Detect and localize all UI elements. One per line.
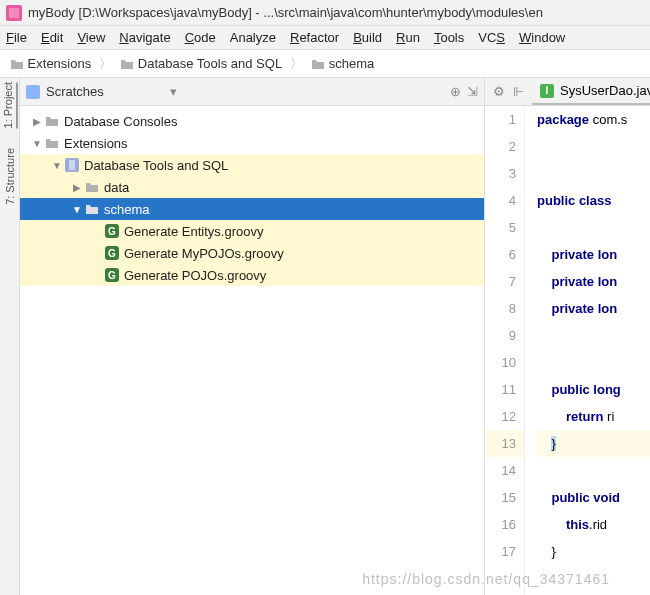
menu-vcs[interactable]: VCS [478,30,505,45]
code-editor[interactable]: 1234567891011121314151617 package com.s … [485,106,650,595]
line-number: 5 [485,214,524,241]
svg-rect-2 [26,85,40,99]
dropdown-icon[interactable]: ▾ [170,84,177,99]
line-number: 3 [485,160,524,187]
plugin-icon [64,158,80,172]
code-line[interactable] [537,322,650,349]
line-gutter: 1234567891011121314151617 [485,106,525,595]
code-line[interactable]: private lon [537,241,650,268]
menu-window[interactable]: Window [519,30,565,45]
tree-item[interactable]: ▼Extensions [20,132,484,154]
breadcrumb: Extensions〉 Database Tools and SQL〉 sche… [0,50,650,78]
crumb-database-tools-and-sql[interactable]: Database Tools and SQL [116,56,286,71]
tree-label: Extensions [64,136,128,151]
code-line[interactable] [537,349,650,376]
interface-badge-icon: I [540,84,554,98]
line-number: 6 [485,241,524,268]
folder-icon [84,181,100,193]
line-number: 8 [485,295,524,322]
tree-label: schema [104,202,150,217]
svg-rect-1 [9,8,19,18]
expand-arrow-icon[interactable]: ▶ [70,182,84,193]
menu-analyze[interactable]: Analyze [230,30,276,45]
chevron-icon: 〉 [286,55,307,73]
groovy-icon: G [104,224,120,238]
tree-label: Generate MyPOJOs.groovy [124,246,284,261]
code-line[interactable]: this.rid [537,511,650,538]
code-body[interactable]: package com.s public class private lon p… [525,106,650,595]
tree-item[interactable]: ▶data [20,176,484,198]
tree-item[interactable]: ▶Database Consoles [20,110,484,132]
tool-tab-project[interactable]: 1: Project [2,82,18,128]
code-line[interactable]: public class [537,187,650,214]
code-line[interactable]: public void [537,484,650,511]
tree-label: data [104,180,129,195]
groovy-icon: G [104,268,120,282]
expand-arrow-icon[interactable]: ▼ [70,204,84,215]
code-line[interactable] [537,457,650,484]
tree-item[interactable]: GGenerate MyPOJOs.groovy [20,242,484,264]
code-line[interactable]: private lon [537,268,650,295]
tool-tab-structure[interactable]: 7: Structure [4,148,16,205]
menu-run[interactable]: Run [396,30,420,45]
line-number: 9 [485,322,524,349]
menu-refactor[interactable]: Refactor [290,30,339,45]
panel-title: Scratches [46,84,104,99]
code-line[interactable]: } [537,430,650,457]
tree-item[interactable]: ▼Database Tools and SQL [20,154,484,176]
panel-header: Scratches ▾ ⊕ ⇲ [20,78,484,106]
expand-arrow-icon[interactable]: ▶ [30,116,44,127]
collapse-icon[interactable]: ⇲ [467,84,478,99]
line-number: 4 [485,187,524,214]
scratches-icon [26,85,40,99]
line-number: 1 [485,106,524,133]
folder-icon [44,137,60,149]
folder-icon [44,115,60,127]
line-number: 17 [485,538,524,565]
line-number: 7 [485,268,524,295]
code-line[interactable]: } [537,538,650,565]
project-tree[interactable]: ▶Database Consoles▼Extensions▼Database T… [20,106,484,595]
window-title: myBody [D:\Workspaces\java\myBody] - ...… [28,5,543,20]
code-line[interactable]: private lon [537,295,650,322]
tree-label: Database Consoles [64,114,177,129]
menu-edit[interactable]: Edit [41,30,63,45]
menu-code[interactable]: Code [185,30,216,45]
gear-icon[interactable]: ⚙ [493,84,505,99]
line-number: 12 [485,403,524,430]
crumb-schema[interactable]: schema [307,56,378,71]
editor-tabs: ⚙ ⊩ I SysUserDao.java × [485,78,650,106]
editor-tab[interactable]: I SysUserDao.java × [532,78,650,105]
target-icon[interactable]: ⊕ [450,84,461,99]
tree-item[interactable]: GGenerate POJOs.groovy [20,264,484,286]
hide-icon[interactable]: ⊩ [513,84,524,99]
tree-item[interactable]: GGenerate Entitys.groovy [20,220,484,242]
menu-build[interactable]: Build [353,30,382,45]
menu-navigate[interactable]: Navigate [119,30,170,45]
folder-icon [84,203,100,215]
menu-view[interactable]: View [77,30,105,45]
project-panel: Scratches ▾ ⊕ ⇲ ▶Database Consoles▼Exten… [20,78,485,595]
line-number: 16 [485,511,524,538]
code-line[interactable] [537,133,650,160]
expand-arrow-icon[interactable]: ▼ [50,160,64,171]
line-number: 13 [485,430,524,457]
menu-tools[interactable]: Tools [434,30,464,45]
tree-item[interactable]: ▼schema [20,198,484,220]
code-line[interactable] [537,160,650,187]
line-number: 14 [485,457,524,484]
line-number: 11 [485,376,524,403]
line-number: 15 [485,484,524,511]
code-line[interactable]: package com.s [537,106,650,133]
expand-arrow-icon[interactable]: ▼ [30,138,44,149]
side-tool-tabs: 1: Project7: Structure [0,78,20,595]
code-line[interactable]: public long [537,376,650,403]
code-line[interactable] [537,214,650,241]
editor-tab-label: SysUserDao.java [560,83,650,98]
groovy-icon: G [104,246,120,260]
line-number: 10 [485,349,524,376]
crumb-extensions[interactable]: Extensions [6,56,95,71]
title-bar: myBody [D:\Workspaces\java\myBody] - ...… [0,0,650,26]
menu-file[interactable]: File [6,30,27,45]
code-line[interactable]: return ri [537,403,650,430]
